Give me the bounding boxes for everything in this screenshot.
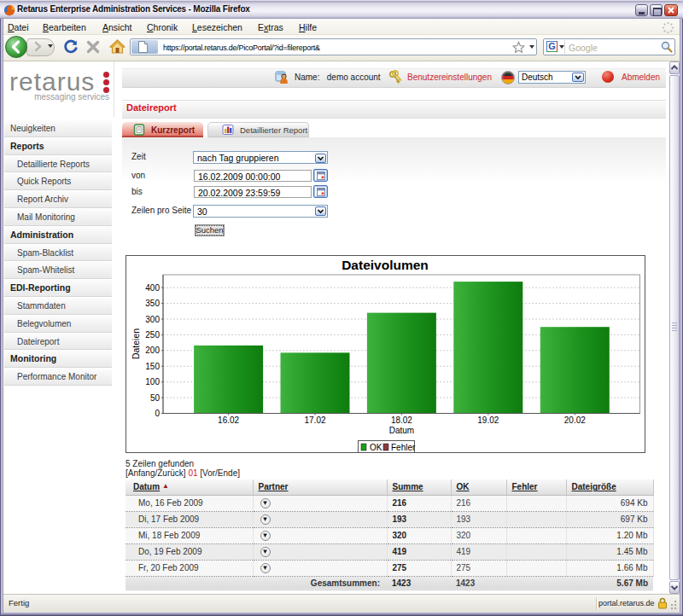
svg-text:Dateien: Dateien xyxy=(131,328,141,359)
svg-text:16.02: 16.02 xyxy=(218,416,239,425)
svg-text:19.02: 19.02 xyxy=(477,416,499,425)
svg-text:20.02: 20.02 xyxy=(564,416,586,425)
svg-text:250: 250 xyxy=(145,330,160,340)
svg-text:0: 0 xyxy=(155,409,160,418)
svg-text:400: 400 xyxy=(145,283,160,293)
svg-text:18.02: 18.02 xyxy=(391,416,412,425)
svg-text:300: 300 xyxy=(145,315,160,324)
svg-text:17.02: 17.02 xyxy=(304,416,325,425)
svg-text:OK: OK xyxy=(370,443,382,452)
svg-text:Datum: Datum xyxy=(389,426,414,435)
svg-text:150: 150 xyxy=(145,362,160,371)
svg-text:200: 200 xyxy=(145,346,160,355)
svg-text:100: 100 xyxy=(145,377,160,386)
svg-text:350: 350 xyxy=(145,299,160,308)
svg-text:Dateivolumen: Dateivolumen xyxy=(342,258,429,272)
svg-text:Fehler: Fehler xyxy=(391,443,416,452)
svg-text:50: 50 xyxy=(150,393,161,403)
